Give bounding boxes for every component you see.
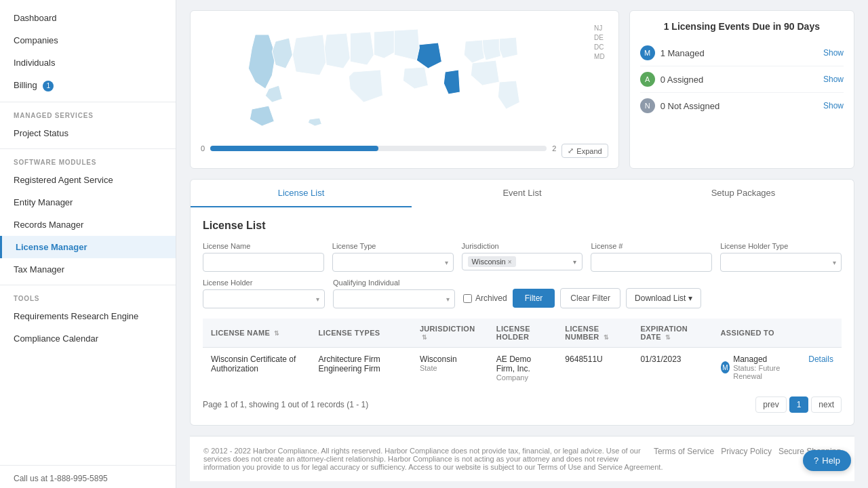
- pagination-info: Page 1 of 1, showing 1 out of 1 records …: [203, 400, 368, 409]
- filter-row-2: License Holder Qualifying Individual Arc…: [203, 279, 842, 308]
- tools-label: TOOLS: [0, 289, 176, 305]
- managed-icon: M: [640, 45, 655, 60]
- progress-bar-fill: [210, 146, 378, 151]
- license-holder-label: License Holder: [203, 279, 325, 287]
- event-row-assigned: A 0 Assigned Show: [640, 66, 844, 93]
- sidebar-phone: Call us at 1-888-995-5895: [0, 465, 176, 488]
- cell-jurisdiction: Wisconsin State: [412, 348, 488, 389]
- license-number-input[interactable]: [591, 253, 712, 272]
- col-license-name: LICENSE NAME ⇅: [203, 319, 310, 348]
- map-legend: NJ DE DC MD: [594, 24, 605, 60]
- sidebar-item-registered-agent[interactable]: Registered Agent Service: [0, 169, 176, 191]
- col-assigned-to: ASSIGNED TO: [713, 319, 801, 348]
- sort-icon-license-number[interactable]: ⇅: [604, 334, 609, 341]
- sort-icon-jurisdiction[interactable]: ⇅: [422, 334, 427, 341]
- sidebar-item-records-manager[interactable]: Records Manager: [0, 214, 176, 236]
- assigned-label: 0 Assigned: [660, 75, 704, 85]
- assigned-icon: A: [640, 72, 655, 87]
- jurisdiction-tag-close[interactable]: ×: [508, 258, 512, 266]
- help-button[interactable]: ? Help: [803, 450, 851, 471]
- us-map: [201, 21, 608, 129]
- license-type-select[interactable]: [332, 253, 454, 272]
- license-name-input[interactable]: [203, 253, 324, 272]
- sidebar-item-compliance-calendar[interactable]: Compliance Calendar: [0, 327, 176, 350]
- sidebar-item-individuals[interactable]: Individuals: [0, 52, 176, 74]
- legend-dc: DC: [594, 43, 605, 51]
- pagination-row: Page 1 of 1, showing 1 out of 1 records …: [203, 396, 842, 413]
- sidebar-item-requirements-research[interactable]: Requirements Research Engine: [0, 305, 176, 327]
- sidebar-item-companies[interactable]: Companies: [0, 29, 176, 52]
- assigned-type-icon: M: [721, 361, 730, 373]
- assigned-badge: M Managed Status: Future Renewal: [721, 354, 793, 380]
- sort-icon-license-name[interactable]: ⇅: [274, 330, 279, 337]
- sidebar-item-billing[interactable]: Billing 1: [0, 74, 176, 98]
- top-row: NJ DE DC MD 0 2 ⤢ Expand: [190, 10, 854, 169]
- jurisdiction-filter: Jurisdiction Wisconsin × ▾: [462, 242, 583, 272]
- license-holder-filter: License Holder: [203, 279, 325, 308]
- sidebar-item-dashboard[interactable]: Dashboard: [0, 7, 176, 29]
- license-holder-name: AE Demo Firm, Inc.: [496, 354, 549, 373]
- next-page-button[interactable]: next: [811, 396, 842, 413]
- col-license-number: LICENSE NUMBER ⇅: [557, 319, 632, 348]
- not-assigned-label: 0 Not Assigned: [660, 101, 719, 111]
- cell-license-number: 9648511U: [557, 348, 632, 389]
- legend-nj: NJ: [594, 24, 605, 32]
- archived-checkbox[interactable]: [463, 294, 472, 303]
- table-row: Wisconsin Certificate of Authorization A…: [203, 348, 842, 389]
- license-number-filter: License #: [591, 242, 712, 272]
- progress-bar: [210, 146, 547, 151]
- sidebar-item-tax-manager[interactable]: Tax Manager: [0, 258, 176, 281]
- tabs-bar: License List Event List Setup Packages: [190, 179, 854, 207]
- tab-setup-packages[interactable]: Setup Packages: [633, 180, 854, 207]
- privacy-link[interactable]: Privacy Policy: [721, 447, 772, 456]
- sidebar-item-entity-manager[interactable]: Entity Manager: [0, 191, 176, 214]
- not-assigned-show-link[interactable]: Show: [823, 101, 844, 110]
- billing-badge: 1: [43, 81, 54, 92]
- archived-checkbox-label[interactable]: Archived: [463, 293, 507, 303]
- sort-icon-expiration-date[interactable]: ⇅: [665, 334, 671, 341]
- details-link[interactable]: Details: [808, 354, 833, 364]
- events-title: 1 Licensing Events Due in 90 Days: [640, 21, 844, 32]
- map-card: NJ DE DC MD 0 2 ⤢ Expand: [190, 10, 619, 169]
- license-type-filter: License Type: [332, 242, 454, 272]
- not-assigned-icon: N: [640, 98, 655, 113]
- tab-event-list[interactable]: Event List: [412, 180, 633, 207]
- cell-license-types: Architecture Firm Engineering Firm: [310, 348, 411, 389]
- download-list-button[interactable]: Download List ▾: [626, 288, 701, 308]
- license-name-filter: License Name: [203, 242, 324, 272]
- jurisdiction-dropdown-icon[interactable]: ▾: [573, 258, 576, 266]
- cell-details: Details: [800, 348, 842, 389]
- clear-filter-button[interactable]: Clear Filter: [560, 288, 620, 308]
- sidebar-item-license-manager[interactable]: License Manager: [0, 236, 176, 258]
- tab-license-list[interactable]: License List: [191, 180, 412, 207]
- expand-button[interactable]: ⤢ Expand: [561, 144, 608, 158]
- current-page-button[interactable]: 1: [789, 396, 809, 413]
- license-number-label: License #: [591, 242, 712, 250]
- qualifying-individual-label: Qualifying Individual: [333, 279, 455, 287]
- help-icon: ?: [814, 455, 818, 466]
- main-content: NJ DE DC MD 0 2 ⤢ Expand: [176, 0, 868, 488]
- progress-min: 0: [201, 144, 205, 152]
- assigned-show-link[interactable]: Show: [823, 75, 844, 84]
- jurisdiction-field[interactable]: Wisconsin × ▾: [462, 253, 583, 270]
- terms-link[interactable]: Terms of Service: [654, 447, 714, 456]
- license-holder-type-filter: License Holder Type: [720, 242, 842, 272]
- managed-show-link[interactable]: Show: [823, 48, 844, 58]
- license-type-label: License Type: [332, 242, 454, 250]
- expand-icon: ⤢: [568, 146, 574, 155]
- jurisdiction-label: Jurisdiction: [462, 242, 583, 250]
- jurisdiction-name: Wisconsin: [420, 354, 480, 364]
- sidebar-item-project-status[interactable]: Project Status: [0, 122, 176, 144]
- license-list-title: License List: [203, 220, 842, 232]
- table-header-row: LICENSE NAME ⇅ LICENSE TYPES JURISDICTIO…: [203, 319, 842, 348]
- software-modules-label: SOFTWARE MODULES: [0, 153, 176, 169]
- assigned-type-label: Managed: [733, 354, 792, 364]
- filter-button[interactable]: Filter: [513, 289, 555, 308]
- prev-page-button[interactable]: prev: [755, 396, 786, 413]
- filter-actions: Archived Filter Clear Filter Download Li…: [463, 288, 701, 308]
- license-holder-select[interactable]: [203, 289, 325, 308]
- license-holder-type-select[interactable]: [720, 253, 842, 272]
- event-row-not-assigned: N 0 Not Assigned Show: [640, 93, 844, 119]
- qualifying-individual-select[interactable]: [333, 289, 455, 308]
- col-license-holder: LICENSE HOLDER: [488, 319, 557, 348]
